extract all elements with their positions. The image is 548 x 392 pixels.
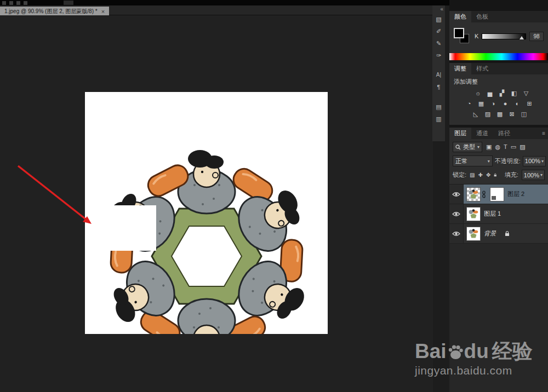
- lasso-tool-icon[interactable]: ✐: [432, 25, 445, 37]
- cartoon-artwork: [85, 92, 328, 334]
- hue-saturation-icon[interactable]: ◔: [465, 100, 473, 108]
- threshold-icon[interactable]: ▩: [495, 110, 504, 118]
- layer-name[interactable]: 图层 1: [484, 210, 501, 218]
- layer-mask-thumbnail[interactable]: [490, 187, 504, 201]
- color-panel: 颜色 色板 K 98: [449, 11, 548, 60]
- vibrance-icon[interactable]: ▽: [522, 89, 530, 97]
- document-title: 1.jpeg @ 90.9% (图层 2, 图层蒙版/8) *: [4, 8, 98, 15]
- slider-knob-icon[interactable]: [520, 36, 524, 39]
- photo-filter-icon[interactable]: ●: [501, 100, 510, 108]
- fill-value-field[interactable]: 100% ▾: [522, 170, 545, 180]
- lock-pixels-icon[interactable]: ✚: [478, 172, 483, 178]
- blend-mode-value: 正常: [455, 157, 467, 165]
- paragraph-tool-icon[interactable]: ¶: [432, 81, 445, 93]
- adjustment-filter-icon[interactable]: ◍: [495, 143, 500, 151]
- collapse-panel-icon[interactable]: «: [440, 5, 445, 13]
- opacity-value-field[interactable]: 100% ▾: [523, 156, 546, 166]
- eye-icon: [452, 211, 460, 217]
- lock-transparency-icon[interactable]: ▨: [470, 172, 475, 178]
- layer-row[interactable]: 图层 1: [449, 204, 548, 224]
- tab-channels[interactable]: 通道: [471, 128, 493, 139]
- k-slider[interactable]: [482, 33, 526, 39]
- marquee-tool-icon[interactable]: ▧: [432, 13, 445, 25]
- info-panel-icon[interactable]: ▤: [432, 101, 445, 113]
- mask-hidden-area: [492, 196, 496, 200]
- layer-name[interactable]: 图层 2: [507, 190, 524, 198]
- workspace-icon[interactable]: [64, 1, 73, 5]
- chevron-down-icon: ▾: [477, 145, 480, 149]
- layer-thumbnail[interactable]: [466, 187, 481, 201]
- notes-panel-icon[interactable]: ▥: [432, 113, 445, 125]
- opacity-label: 不透明度:: [495, 157, 521, 165]
- tab-paths[interactable]: 路径: [493, 128, 515, 139]
- blend-row: 正常 ▾ 不透明度: 100% ▾: [449, 154, 548, 168]
- adjustments-panel: 调整 样式 添加调整 ☼ ▅ ▞ ◧ ▽ ◔ ▦ ◑ ● ◐ ⊞: [449, 63, 548, 125]
- layer-thumbnail-art: [467, 207, 480, 221]
- channel-mixer-icon[interactable]: ◐: [513, 100, 522, 108]
- lock-all-icon[interactable]: [494, 172, 496, 178]
- shape-filter-icon[interactable]: ▭: [511, 143, 516, 151]
- layer-filter-buttons: ▣ ◍ T ▭ ▨: [486, 143, 526, 151]
- layer-row[interactable]: 背景: [449, 224, 548, 244]
- posterize-icon[interactable]: ▨: [483, 110, 492, 118]
- tab-styles[interactable]: 样式: [471, 63, 493, 74]
- app-icon[interactable]: [24, 1, 27, 5]
- panel-menu-icon[interactable]: ≡: [542, 130, 548, 136]
- app-icon[interactable]: [2, 1, 6, 5]
- layer-name[interactable]: 背景: [484, 229, 496, 238]
- smart-object-filter-icon[interactable]: ▨: [520, 143, 525, 151]
- brightness-contrast-icon[interactable]: ☼: [473, 89, 482, 97]
- app-icon[interactable]: [16, 1, 20, 5]
- curves-icon[interactable]: ▞: [498, 89, 506, 97]
- opacity-value: 100%: [525, 158, 540, 164]
- color-panel-tabs: 颜色 色板: [449, 11, 548, 22]
- pixel-filter-icon[interactable]: ▣: [486, 143, 492, 151]
- background-lock: [505, 230, 510, 237]
- layer-thumbnail-art: [467, 188, 480, 201]
- chevron-down-icon: ▾: [540, 172, 543, 177]
- visibility-toggle[interactable]: [449, 204, 464, 223]
- visibility-toggle[interactable]: [449, 185, 464, 204]
- adjustment-row: ☼ ▅ ▞ ◧ ▽: [453, 89, 545, 97]
- baidu-logo-du: du: [464, 341, 489, 362]
- k-channel-label: K: [475, 33, 478, 39]
- foreground-color-swatch[interactable]: [454, 28, 464, 38]
- tab-swatches[interactable]: 色板: [471, 11, 493, 22]
- layer-filter-type-dropdown[interactable]: 类型 ▾: [453, 142, 482, 152]
- chevron-down-icon: ▾: [541, 159, 544, 164]
- adjustments-panel-tabs: 调整 样式: [449, 63, 548, 74]
- layer-thumbnail[interactable]: [466, 227, 481, 241]
- color-lookup-icon[interactable]: ⊞: [525, 100, 534, 108]
- canvas-area[interactable]: [0, 15, 433, 392]
- gradient-map-icon[interactable]: ⊠: [507, 110, 516, 118]
- color-balance-icon[interactable]: ▦: [477, 100, 486, 108]
- k-value-field[interactable]: 98: [529, 32, 544, 41]
- tab-color[interactable]: 颜色: [449, 11, 471, 22]
- type-filter-icon[interactable]: T: [504, 143, 507, 151]
- lock-position-icon[interactable]: ✥: [486, 172, 490, 178]
- black-white-icon[interactable]: ◑: [489, 100, 498, 108]
- tab-layers[interactable]: 图层: [449, 128, 471, 139]
- app-icon[interactable]: [9, 1, 13, 5]
- adjustment-row: ◔ ▦ ◑ ● ◐ ⊞: [453, 100, 545, 108]
- type-tool-icon[interactable]: A|: [432, 69, 445, 81]
- k-channel-row: K 98: [475, 32, 544, 41]
- visibility-toggle[interactable]: [449, 224, 464, 243]
- layer-row[interactable]: 图层 2: [449, 185, 548, 204]
- color-spectrum-bar[interactable]: [449, 53, 548, 60]
- brush-tool-icon[interactable]: ✑: [432, 49, 445, 61]
- document-image[interactable]: [85, 92, 328, 334]
- levels-icon[interactable]: ▅: [486, 89, 494, 97]
- layer-thumbnail-art: [467, 227, 480, 240]
- tab-adjustments[interactable]: 调整: [449, 63, 471, 74]
- layer-thumbnail[interactable]: [466, 207, 481, 221]
- fill-value: 100%: [524, 172, 539, 178]
- selective-color-icon[interactable]: ◫: [520, 110, 528, 118]
- eyedropper-tool-icon[interactable]: ✎: [432, 37, 445, 49]
- exposure-icon[interactable]: ◧: [510, 89, 518, 97]
- close-icon[interactable]: ×: [101, 8, 105, 15]
- blend-mode-dropdown[interactable]: 正常 ▾: [453, 155, 493, 166]
- invert-icon[interactable]: ◺: [471, 110, 480, 118]
- baidu-paw-icon: [447, 344, 464, 360]
- magnifier-icon: [455, 145, 461, 150]
